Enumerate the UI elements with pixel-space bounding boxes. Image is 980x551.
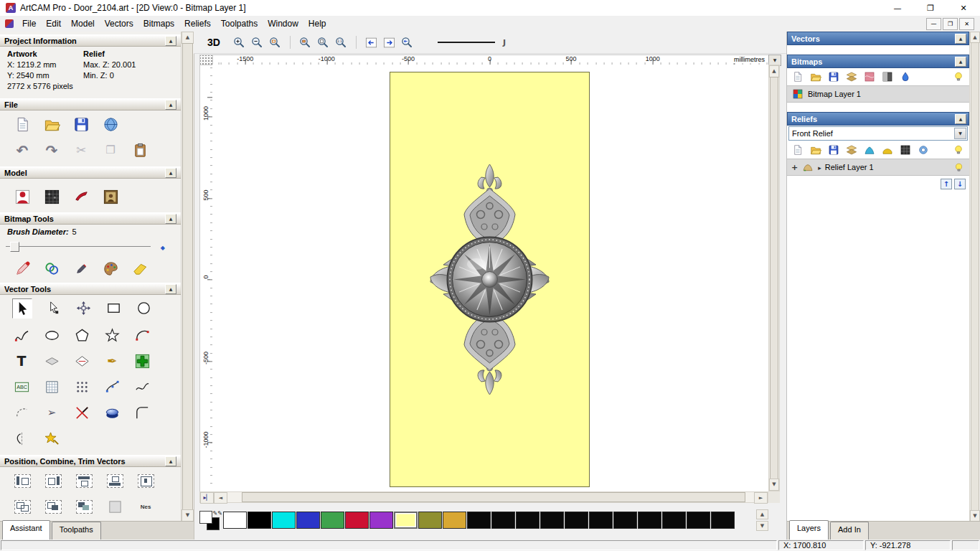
tab-assistant[interactable]: Assistant bbox=[2, 520, 50, 540]
move-layer-down-button[interactable]: ↓ bbox=[954, 179, 966, 189]
relief-layer-row[interactable]: + ▸ Relief Layer 1 bbox=[787, 159, 969, 176]
zoom-page-icon[interactable] bbox=[315, 34, 331, 50]
document-icon[interactable] bbox=[5, 19, 14, 28]
load-bitmap-icon[interactable] bbox=[809, 70, 822, 83]
greyscale-model-icon[interactable] bbox=[13, 187, 32, 206]
align-top-icon[interactable] bbox=[75, 472, 93, 491]
mdi-restore-button[interactable]: ❐ bbox=[943, 18, 958, 30]
light-material-icon[interactable] bbox=[72, 187, 90, 206]
merge-bitmaps-icon[interactable] bbox=[845, 70, 858, 83]
primary-secondary-colour-well[interactable]: ✎✎ bbox=[199, 511, 221, 530]
fit-arcs-icon[interactable] bbox=[103, 377, 121, 396]
create-ellipse-icon[interactable] bbox=[42, 326, 61, 344]
menu-help[interactable]: Help bbox=[303, 17, 331, 31]
align-left-icon[interactable] bbox=[13, 472, 32, 491]
colour-swatch[interactable] bbox=[223, 512, 247, 529]
colour-swatch[interactable] bbox=[418, 512, 442, 529]
align-centre-icon[interactable] bbox=[136, 472, 155, 491]
brush-diameter-slider[interactable]: ◆ bbox=[4, 240, 175, 252]
colour-swatch[interactable] bbox=[687, 512, 710, 529]
assistant-scrollbar[interactable]: ▲ ▼ bbox=[181, 32, 194, 522]
palette-scroll-up[interactable]: ▲ bbox=[756, 509, 768, 519]
recolour-icon[interactable] bbox=[899, 70, 912, 83]
scrollbar-track[interactable] bbox=[227, 492, 754, 502]
bitmap-image-icon[interactable] bbox=[101, 187, 120, 206]
nesting-icon[interactable]: Nes bbox=[136, 498, 155, 517]
calculate-relief-icon[interactable] bbox=[899, 143, 912, 156]
zoom-back-icon[interactable] bbox=[399, 34, 415, 50]
merge-reliefs-icon[interactable] bbox=[845, 143, 858, 156]
save-bitmap-icon[interactable] bbox=[827, 70, 840, 83]
menu-model[interactable]: Model bbox=[66, 17, 100, 31]
save-icon[interactable] bbox=[72, 116, 90, 134]
bitmap-layer-name[interactable]: Bitmap Layer 1 bbox=[808, 90, 861, 98]
scroll-up-button[interactable]: ▲ bbox=[970, 32, 980, 43]
slider-handle[interactable] bbox=[10, 242, 19, 252]
mdi-close-button[interactable]: ✕ bbox=[959, 18, 974, 30]
open-file-icon[interactable] bbox=[42, 116, 61, 134]
line-width-handle[interactable]: J bbox=[503, 38, 506, 47]
align-bottom-icon[interactable] bbox=[105, 472, 124, 491]
relief-layer-name[interactable]: Relief Layer 1 bbox=[825, 163, 874, 171]
relief-selector[interactable]: Front Relief ▼ bbox=[788, 126, 968, 141]
primary-colour[interactable] bbox=[199, 511, 212, 524]
scroll-right-button[interactable]: ► bbox=[754, 492, 768, 504]
fillet-icon[interactable] bbox=[133, 403, 151, 422]
eraser-icon[interactable] bbox=[131, 259, 149, 278]
new-relief-layer-icon[interactable] bbox=[791, 143, 804, 156]
smooth-relief-icon[interactable] bbox=[881, 143, 894, 156]
expand-arrow-icon[interactable]: ▸ bbox=[818, 163, 821, 171]
colour-swatch[interactable] bbox=[565, 512, 588, 529]
dot-array-icon[interactable] bbox=[72, 377, 91, 396]
create-text-icon[interactable]: T bbox=[12, 352, 31, 370]
trace-bitmap-icon[interactable]: ✒ bbox=[103, 352, 121, 370]
combine-overlap-icon[interactable] bbox=[75, 498, 93, 517]
copy-icon[interactable]: ❐ bbox=[101, 141, 120, 160]
wrap-text-icon[interactable] bbox=[42, 352, 61, 370]
menu-file[interactable]: File bbox=[17, 17, 41, 31]
add-relief-icon[interactable]: + bbox=[791, 163, 798, 171]
colour-swatch[interactable] bbox=[321, 512, 344, 529]
create-rectangle-icon[interactable] bbox=[104, 298, 123, 317]
colour-swatch[interactable] bbox=[662, 512, 686, 529]
new-model-icon[interactable] bbox=[13, 116, 32, 134]
menu-bitmaps[interactable]: Bitmaps bbox=[138, 17, 179, 31]
canvas-vertical-scrollbar[interactable]: ▲ ▼ bbox=[768, 65, 780, 491]
mirror-profile-icon[interactable] bbox=[12, 429, 31, 448]
green-cross-icon[interactable] bbox=[133, 352, 151, 370]
scroll-down-button[interactable]: ▼ bbox=[970, 510, 980, 522]
collapse-button[interactable]: ▲ bbox=[165, 168, 176, 178]
previous-view-icon[interactable] bbox=[363, 34, 380, 50]
colour-swatch[interactable] bbox=[345, 512, 369, 529]
zoom-out-icon[interactable] bbox=[249, 34, 265, 50]
tab-layers[interactable]: Layers bbox=[789, 520, 829, 540]
colour-swatch[interactable] bbox=[711, 512, 735, 529]
colour-palette-icon[interactable] bbox=[101, 259, 120, 278]
create-star-icon[interactable] bbox=[103, 326, 121, 344]
menu-vectors[interactable]: Vectors bbox=[100, 17, 138, 31]
next-view-icon[interactable] bbox=[381, 34, 397, 50]
colour-swatch[interactable] bbox=[613, 512, 637, 529]
scrollbar-thumb[interactable] bbox=[770, 77, 778, 479]
scroll-down-button[interactable]: ▼ bbox=[182, 509, 194, 522]
scrollbar-thumb[interactable] bbox=[242, 492, 745, 502]
tab-add-in[interactable]: Add In bbox=[830, 522, 869, 540]
join-vectors-icon[interactable]: ➢ bbox=[42, 403, 61, 422]
close-button[interactable]: ✕ bbox=[947, 0, 980, 16]
offset-relief-icon[interactable] bbox=[917, 143, 930, 156]
zoom-window-icon[interactable] bbox=[267, 34, 283, 50]
maximize-button[interactable]: ❐ bbox=[914, 0, 947, 16]
measure-tool-icon[interactable] bbox=[72, 352, 91, 370]
artboard[interactable] bbox=[390, 72, 590, 487]
tab-toolpaths[interactable]: Toolpaths bbox=[52, 522, 101, 540]
layers-scrollbar[interactable]: ▲ ▼ bbox=[970, 32, 980, 522]
flood-fill-icon[interactable] bbox=[42, 259, 61, 278]
scroll-left-button[interactable]: ◄ bbox=[214, 492, 227, 504]
menu-edit[interactable]: Edit bbox=[41, 17, 66, 31]
colour-swatch[interactable] bbox=[540, 512, 564, 529]
save-relief-icon[interactable] bbox=[827, 143, 840, 156]
create-arc-icon[interactable] bbox=[133, 326, 151, 344]
zoom-objects-icon[interactable] bbox=[297, 34, 314, 50]
transform-vectors-icon[interactable] bbox=[74, 298, 93, 317]
slider-track[interactable] bbox=[6, 246, 151, 247]
